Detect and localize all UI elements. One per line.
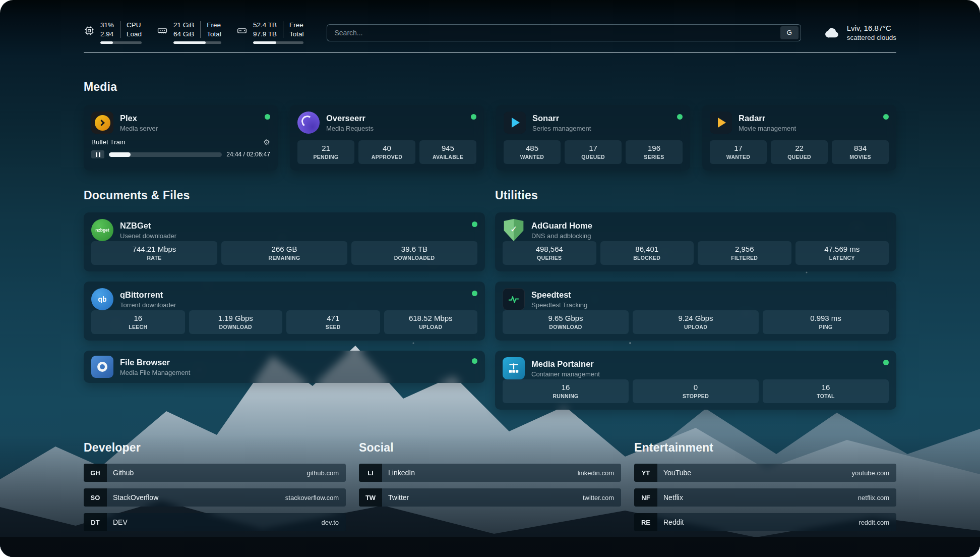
qbittorrent-card[interactable]: qb qBittorrent Torrent downloader 16 LEE… xyxy=(84,282,485,341)
stat-value: 744.21 Mbps xyxy=(94,245,214,253)
bookmark-netflix[interactable]: NF Netflix netflix.com xyxy=(634,488,896,507)
stat-box: 471 SEED xyxy=(286,310,380,334)
cpu-icon xyxy=(84,25,95,36)
overseerr-status-dot xyxy=(471,114,476,120)
radarr-card[interactable]: Radarr Movie management 17 WANTED 22 QUE… xyxy=(702,105,896,171)
filebrowser-card[interactable]: File Browser Media File Management xyxy=(84,351,485,383)
stat-label: UPLOAD xyxy=(636,324,756,330)
nzbget-status-dot xyxy=(472,221,477,227)
topbar-divider xyxy=(84,52,896,53)
radarr-subtitle: Movie management xyxy=(739,125,796,132)
filebrowser-icon xyxy=(91,356,113,378)
stackoverflow-favicon: SO xyxy=(84,488,107,507)
entertainment-section-title: Entertainment xyxy=(634,441,896,455)
ram-icon xyxy=(157,25,168,36)
search-engine-button[interactable]: G xyxy=(780,26,799,39)
stat-label: RUNNING xyxy=(506,393,626,399)
netflix-favicon: NF xyxy=(634,488,657,507)
stat-label: BLOCKED xyxy=(603,255,691,261)
developer-bookmarks: Developer GH Github github.com SO StackO… xyxy=(84,441,346,531)
stat-value: 9.24 Gbps xyxy=(636,314,756,322)
disk-free-label: Free xyxy=(289,21,304,29)
dashboard-screen: 31% 2.94 CPU Load xyxy=(0,0,980,557)
bookmark-stackoverflow[interactable]: SO StackOverflow stackoverflow.com xyxy=(84,488,346,507)
ram-free-value: 21 GiB xyxy=(173,21,194,29)
stat-value: 2,956 xyxy=(701,245,788,253)
sonarr-status-dot xyxy=(677,114,683,120)
search-input[interactable] xyxy=(327,29,780,37)
social-bookmarks: Social LI LinkedIn linkedin.com TW Twitt… xyxy=(359,441,621,531)
radarr-status-dot xyxy=(883,114,889,120)
plex-progress-bar[interactable] xyxy=(109,152,222,157)
sonarr-card[interactable]: Sonarr Series management 485 WANTED 17 Q… xyxy=(496,105,690,171)
stat-box: 498,564 QUERIES xyxy=(503,241,596,265)
gear-icon[interactable]: ⚙ xyxy=(264,138,270,146)
adguard-subtitle: DNS and adblocking xyxy=(531,232,592,240)
speedtest-card[interactable]: Speedtest Speedtest Tracking 9.65 Gbps D… xyxy=(495,282,896,341)
bookmark-reddit[interactable]: RE Reddit reddit.com xyxy=(634,513,896,531)
bookmark-linkedin[interactable]: LI LinkedIn linkedin.com xyxy=(359,464,621,482)
stat-value: 39.6 TB xyxy=(354,245,474,253)
top-bar: 31% 2.94 CPU Load xyxy=(84,21,896,44)
nzbget-card[interactable]: nzbget NZBGet Usenet downloader 744.21 M… xyxy=(84,212,485,271)
qbittorrent-status-dot xyxy=(472,291,477,296)
qbittorrent-icon: qb xyxy=(91,288,113,310)
bookmark-url: github.com xyxy=(307,469,346,477)
cpu-widget: 31% 2.94 CPU Load xyxy=(84,21,142,44)
stat-box: 47.569 ms LATENCY xyxy=(795,241,889,265)
stat-box: 9.24 Gbps UPLOAD xyxy=(633,310,759,334)
stat-value: 945 xyxy=(422,144,473,152)
disk-usage-fill xyxy=(253,41,276,44)
pause-button[interactable] xyxy=(91,150,104,158)
plex-progress-time: 24:44 / 02:06:47 xyxy=(226,151,270,158)
adguard-card[interactable]: ✓ AdGuard Home DNS and adblocking 498,56… xyxy=(495,212,896,271)
youtube-favicon: YT xyxy=(634,464,657,482)
bookmark-github[interactable]: GH Github github.com xyxy=(84,464,346,482)
stat-box: 485 WANTED xyxy=(504,140,561,164)
bookmark-dev[interactable]: DT DEV dev.to xyxy=(84,513,346,531)
bookmark-twitter[interactable]: TW Twitter twitter.com xyxy=(359,488,621,507)
radarr-name: Radarr xyxy=(739,114,796,123)
stat-value: 16 xyxy=(766,383,886,392)
stat-box: 1.19 Gbps DOWNLOAD xyxy=(189,310,283,334)
stat-label: QUERIES xyxy=(506,255,593,261)
disk-total-label: Total xyxy=(289,30,304,38)
portainer-card[interactable]: Media Portainer Container management 16 … xyxy=(495,351,896,410)
stat-box: 16 RUNNING xyxy=(503,379,629,403)
disk-icon xyxy=(236,25,248,36)
stat-value: 16 xyxy=(94,314,182,322)
stat-box: 39.6 TB DOWNLOADED xyxy=(351,241,477,265)
weather-widget: Lviv, 16.87°C scattered clouds xyxy=(824,24,896,41)
nzbget-icon: nzbget xyxy=(91,219,113,241)
stat-box: 196 SERIES xyxy=(626,140,683,164)
stat-box: 22 QUEUED xyxy=(771,140,828,164)
developer-section-title: Developer xyxy=(84,441,346,455)
stat-label: RATE xyxy=(94,255,214,261)
bookmark-url: netflix.com xyxy=(858,494,896,502)
cpu-load-label: Load xyxy=(127,30,142,38)
stat-label: PENDING xyxy=(300,154,351,160)
qbittorrent-subtitle: Torrent downloader xyxy=(120,301,176,309)
twitter-favicon: TW xyxy=(359,488,382,507)
bookmark-youtube[interactable]: YT YouTube youtube.com xyxy=(634,464,896,482)
plex-card[interactable]: Plex Media server Bullet Train ⚙ xyxy=(84,105,278,171)
bookmark-name: LinkedIn xyxy=(388,469,415,477)
stat-value: 0 xyxy=(636,383,756,392)
entertainment-bookmarks: Entertainment YT YouTube youtube.com NF … xyxy=(634,441,896,531)
stat-box: 86,401 BLOCKED xyxy=(600,241,694,265)
overseerr-card[interactable]: Overseerr Media Requests 21 PENDING 40 A… xyxy=(290,105,484,171)
stat-value: 16 xyxy=(506,383,626,392)
stat-label: QUEUED xyxy=(774,154,825,160)
stat-value: 485 xyxy=(507,144,558,152)
filebrowser-status-dot xyxy=(472,358,477,364)
stat-box: 16 LEECH xyxy=(91,310,185,334)
dev-favicon: DT xyxy=(84,513,107,531)
cpu-usage-bar xyxy=(100,41,142,44)
stat-value: 498,564 xyxy=(506,245,593,253)
system-widgets: 31% 2.94 CPU Load xyxy=(84,21,303,44)
filebrowser-name: File Browser xyxy=(120,358,190,367)
portainer-status-dot xyxy=(883,360,889,365)
stat-box: 17 QUEUED xyxy=(565,140,622,164)
bookmark-name: YouTube xyxy=(663,469,691,477)
stat-label: STOPPED xyxy=(636,393,756,399)
